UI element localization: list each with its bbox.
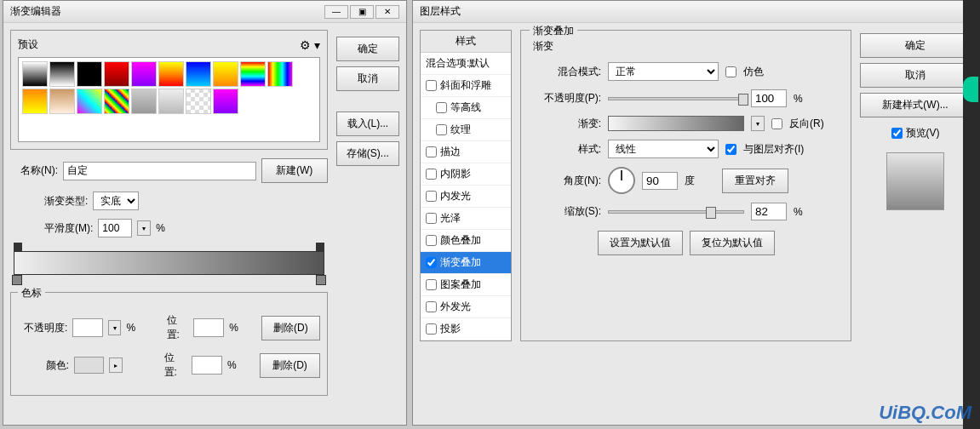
- ok-button[interactable]: 确定: [336, 37, 399, 61]
- gradient-type-label: 渐变类型:: [44, 194, 88, 209]
- minimize-button[interactable]: ―: [324, 5, 348, 19]
- blend-mode-select[interactable]: 正常: [608, 62, 719, 81]
- preset-swatch[interactable]: [131, 61, 157, 87]
- preset-swatch[interactable]: [131, 89, 157, 114]
- gradient-bar[interactable]: [14, 251, 324, 275]
- preset-swatch[interactable]: [77, 89, 102, 114]
- percent-label: %: [794, 206, 803, 218]
- style-satin[interactable]: 光泽: [421, 208, 511, 230]
- maximize-button[interactable]: ▣: [350, 5, 374, 19]
- cancel-button[interactable]: 取消: [336, 66, 399, 91]
- preset-swatch[interactable]: [213, 61, 238, 87]
- opacity-input[interactable]: [72, 318, 103, 337]
- new-style-button[interactable]: 新建样式(W)...: [860, 93, 971, 117]
- align-checkbox[interactable]: [725, 144, 736, 155]
- drop-shadow-checkbox[interactable]: [426, 323, 437, 335]
- scale-label: 缩放(S):: [533, 204, 601, 219]
- preset-swatch[interactable]: [267, 61, 293, 87]
- style-bevel[interactable]: 斜面和浮雕: [421, 75, 511, 97]
- satin-checkbox[interactable]: [426, 213, 437, 224]
- color-swatch[interactable]: [74, 357, 104, 374]
- preview-checkbox[interactable]: [891, 128, 903, 139]
- opacity-label: 不透明度:: [18, 321, 67, 335]
- new-button[interactable]: 新建(W): [261, 158, 328, 183]
- chevron-down-icon[interactable]: ▾: [108, 320, 121, 335]
- opacity-stop[interactable]: [14, 243, 22, 251]
- bevel-checkbox[interactable]: [426, 80, 437, 91]
- position-unit: %: [227, 359, 237, 371]
- layer-style-titlebar[interactable]: 图层样式: [413, 1, 977, 23]
- style-pattern-overlay[interactable]: 图案叠加: [421, 274, 511, 296]
- position-input[interactable]: [192, 356, 222, 375]
- chevron-right-icon[interactable]: ▸: [109, 358, 123, 373]
- preset-swatch[interactable]: [22, 89, 48, 114]
- style-stroke[interactable]: 描边: [421, 141, 511, 163]
- gradient-overlay-checkbox[interactable]: [426, 257, 437, 268]
- cancel-button[interactable]: 取消: [860, 63, 971, 88]
- opacity-stop[interactable]: [316, 243, 324, 251]
- reset-align-button[interactable]: 重置对齐: [722, 169, 788, 193]
- color-label: 颜色:: [18, 358, 69, 373]
- gradient-preview[interactable]: [608, 116, 744, 131]
- preset-swatch[interactable]: [186, 89, 211, 114]
- color-overlay-checkbox[interactable]: [426, 235, 437, 246]
- dither-checkbox[interactable]: [725, 66, 736, 77]
- style-outer-glow[interactable]: 外发光: [421, 296, 511, 318]
- smoothness-unit: %: [156, 222, 165, 234]
- style-inner-glow[interactable]: 内发光: [421, 186, 511, 208]
- reverse-checkbox[interactable]: [771, 118, 782, 129]
- preset-swatch[interactable]: [22, 61, 48, 87]
- preset-swatch[interactable]: [49, 89, 75, 114]
- styles-header[interactable]: 样式: [421, 31, 511, 53]
- opacity-slider[interactable]: [608, 97, 744, 100]
- style-texture[interactable]: 纹理: [421, 119, 511, 141]
- smoothness-input[interactable]: [98, 219, 132, 237]
- outer-glow-checkbox[interactable]: [426, 301, 437, 312]
- style-contour[interactable]: 等高线: [421, 97, 511, 119]
- load-button[interactable]: 载入(L)...: [336, 112, 399, 136]
- angle-dial[interactable]: [608, 167, 635, 194]
- preset-swatch[interactable]: [104, 89, 129, 114]
- opacity-input[interactable]: [751, 89, 787, 107]
- close-button[interactable]: ✕: [375, 5, 399, 19]
- contour-checkbox[interactable]: [436, 102, 447, 113]
- reset-default-button[interactable]: 复位为默认值: [690, 231, 775, 255]
- angle-input[interactable]: [642, 172, 678, 190]
- name-input[interactable]: [63, 162, 256, 180]
- scale-input[interactable]: [751, 203, 787, 220]
- preset-swatches: [18, 57, 320, 142]
- gradient-editor-titlebar[interactable]: 渐变编辑器 ― ▣ ✕: [3, 1, 406, 23]
- color-stop[interactable]: [316, 275, 326, 285]
- blend-options-item[interactable]: 混合选项:默认: [421, 53, 511, 75]
- preset-swatch[interactable]: [158, 89, 184, 114]
- gradient-type-select[interactable]: 实底: [93, 192, 139, 210]
- inner-glow-checkbox[interactable]: [426, 191, 437, 202]
- inner-shadow-checkbox[interactable]: [426, 169, 437, 180]
- preset-swatch[interactable]: [104, 61, 129, 87]
- preset-swatch[interactable]: [186, 61, 211, 87]
- texture-checkbox[interactable]: [436, 124, 447, 135]
- set-default-button[interactable]: 设置为默认值: [598, 231, 683, 255]
- preset-swatch[interactable]: [49, 61, 75, 87]
- style-inner-shadow[interactable]: 内阴影: [421, 163, 511, 186]
- pattern-overlay-checkbox[interactable]: [426, 279, 437, 290]
- chevron-down-icon[interactable]: ▾: [137, 220, 151, 236]
- style-gradient-overlay[interactable]: 渐变叠加: [421, 252, 511, 274]
- delete-color-button[interactable]: 删除(D): [260, 353, 319, 378]
- scale-slider[interactable]: [608, 210, 744, 214]
- chevron-down-icon[interactable]: ▾: [751, 116, 765, 131]
- delete-opacity-button[interactable]: 删除(D): [261, 316, 320, 340]
- style-drop-shadow[interactable]: 投影: [421, 318, 511, 340]
- color-stop[interactable]: [12, 275, 22, 285]
- position-input[interactable]: [193, 318, 224, 337]
- style-color-overlay[interactable]: 颜色叠加: [421, 230, 511, 252]
- style-select[interactable]: 线性: [608, 140, 719, 158]
- stroke-checkbox[interactable]: [426, 146, 437, 157]
- ok-button[interactable]: 确定: [860, 33, 971, 58]
- gear-icon[interactable]: ⚙ ▾: [300, 38, 320, 52]
- preset-swatch[interactable]: [77, 61, 102, 87]
- preset-swatch[interactable]: [158, 61, 184, 87]
- preset-swatch[interactable]: [213, 89, 238, 114]
- preset-swatch[interactable]: [240, 61, 266, 87]
- save-button[interactable]: 存储(S)...: [336, 141, 399, 166]
